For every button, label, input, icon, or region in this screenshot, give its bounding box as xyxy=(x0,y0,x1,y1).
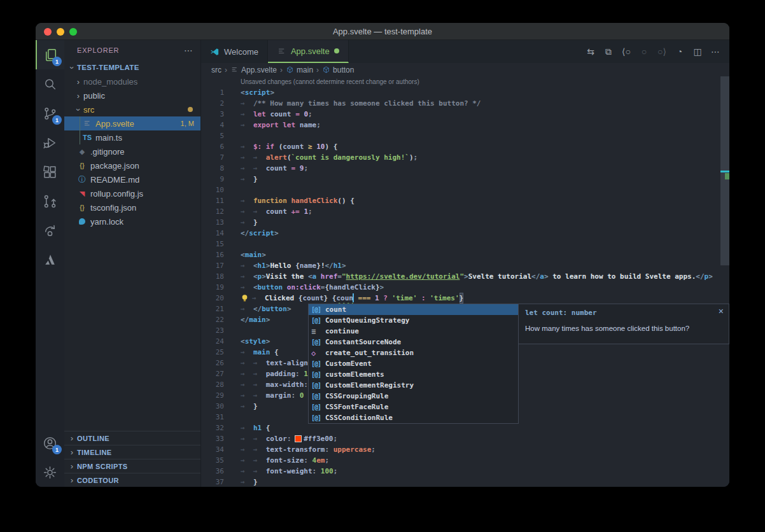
nav-middle-icon[interactable]: ○ xyxy=(636,46,652,57)
code-token: h1 xyxy=(333,260,342,271)
code-line-18[interactable]: 18→ <p>Visit the <a href="https://svelte… xyxy=(201,271,729,282)
suggest-item-customelements[interactable]: [@]customElements xyxy=(309,369,518,380)
nav-forward-icon[interactable]: ○⟩ xyxy=(654,46,670,57)
code-line-12[interactable]: 12→ → count += 1; xyxy=(201,206,729,217)
chevron-down-icon: › xyxy=(67,62,77,73)
line-number: 22 xyxy=(201,314,224,325)
editor-scrollbar[interactable] xyxy=(720,76,729,487)
tab-app-svelte[interactable]: App.svelte xyxy=(268,40,349,63)
title-bar[interactable]: App.svelte — test-template xyxy=(36,23,729,40)
code-line-10[interactable]: 10 xyxy=(201,185,729,195)
tree-item-src[interactable]: ›src xyxy=(64,102,200,116)
tree-item-node-modules[interactable]: ›node_modules xyxy=(64,74,200,88)
project-root-row[interactable]: › TEST-TEMPLATE xyxy=(64,60,200,74)
split-editor-icon[interactable]: ◫ xyxy=(690,46,705,57)
code-line-15[interactable]: 15 xyxy=(201,239,729,249)
code-line-7[interactable]: 7→ → alert(`count is dangerously high!`)… xyxy=(201,152,729,163)
code-line-5[interactable]: 5 xyxy=(201,130,729,141)
suggest-item-cssconditionrule[interactable]: [@]CSSConditionRule xyxy=(309,412,518,423)
close-window-button[interactable] xyxy=(44,28,52,36)
tree-item-rollup-config-js[interactable]: ◥rollup.config.js xyxy=(64,186,200,200)
code-line-13[interactable]: 13→ } xyxy=(201,217,729,228)
tree-item-package-json[interactable]: {}package.json xyxy=(64,158,200,172)
suggest-item-countqueuingstrategy[interactable]: [@]CountQueuingStrategy xyxy=(309,315,518,326)
indent-guide xyxy=(80,116,80,130)
sidebar-section-codetour[interactable]: ›CODETOUR xyxy=(64,473,200,487)
suggest-item-customelementregistry[interactable]: [@]CustomElementRegistry xyxy=(309,380,518,391)
code-token: ; xyxy=(308,206,312,217)
accounts-icon[interactable]: 1 xyxy=(36,428,64,458)
code-line-36[interactable]: 36→ → font-weight: 100; xyxy=(201,466,729,477)
code-token: → → xyxy=(241,206,266,217)
code-line-34[interactable]: 34→ → text-transform: uppercase; xyxy=(201,444,729,455)
nav-back-icon[interactable]: ⟨○ xyxy=(619,46,634,57)
code-line-17[interactable]: 17→ <h1>Hello {name}!</h1> xyxy=(201,260,729,271)
tree-item-public[interactable]: ›public xyxy=(64,88,200,102)
code-line-9[interactable]: 9→ } xyxy=(201,174,729,185)
run-debug-icon[interactable] xyxy=(36,128,64,157)
lightbulb-icon[interactable] xyxy=(241,294,250,302)
explorer-title: EXPLORER xyxy=(77,46,119,54)
code-editor[interactable]: Unsaved changes (cannot determine recent… xyxy=(201,76,729,487)
source-control-icon[interactable]: 1 xyxy=(36,99,64,128)
explorer-more-icon[interactable]: ⋯ xyxy=(184,45,193,55)
live-share-icon[interactable] xyxy=(36,216,64,245)
breadcrumb-label: main xyxy=(297,66,313,74)
code-line-1[interactable]: 1<script> xyxy=(201,87,729,98)
minimize-window-button[interactable] xyxy=(57,28,64,36)
code-line-16[interactable]: 16<main> xyxy=(201,249,729,260)
suggest-item-cssfontfacerule[interactable]: [@]CSSFontFaceRule xyxy=(309,402,518,412)
code-line-19[interactable]: 19→ <button on:click={handleClick}> xyxy=(201,282,729,293)
explorer-icon[interactable]: 1 xyxy=(36,40,64,69)
close-icon[interactable]: × xyxy=(719,306,724,316)
suggest-item-cssgroupingrule[interactable]: [@]CSSGroupingRule xyxy=(309,391,518,402)
codelens-text[interactable]: Unsaved changes (cannot determine recent… xyxy=(241,78,419,85)
code-line-6[interactable]: 6→ $: if (count ≥ 10) { xyxy=(201,141,729,152)
open-changes-icon[interactable]: ⇆ xyxy=(583,46,598,57)
code-line-11[interactable]: 11→ function handleClick() { xyxy=(201,195,729,206)
zoom-window-button[interactable] xyxy=(69,28,77,36)
suggest-item-customevent[interactable]: [@]CustomEvent xyxy=(309,358,518,369)
tree-item--gitignore[interactable]: ◆.gitignore xyxy=(64,144,200,158)
sidebar-section-npm-scripts[interactable]: ›NPM SCRIPTS xyxy=(64,459,200,473)
code-line-3[interactable]: 3→ let count = 0; xyxy=(201,109,729,120)
line-number: 36 xyxy=(201,466,224,477)
suggest-item-create_out_transition[interactable]: ◇create_out_transition xyxy=(309,347,518,358)
settings-icon[interactable] xyxy=(36,458,64,487)
extensions-icon[interactable] xyxy=(36,157,64,186)
code-line-32[interactable]: 32→ h1 { xyxy=(201,423,729,433)
tree-item-app-svelte[interactable]: App.svelte1, M xyxy=(64,116,200,130)
code-line-14[interactable]: 14</script> xyxy=(201,228,729,239)
code-line-37[interactable]: 37→ } xyxy=(201,477,729,487)
breadcrumb-item-button[interactable]: button xyxy=(322,66,354,74)
open-preview-icon[interactable]: ⧉ xyxy=(601,46,616,57)
github-pr-icon[interactable] xyxy=(36,186,64,216)
breadcrumb-item-src[interactable]: src xyxy=(211,66,221,74)
sidebar-section-timeline[interactable]: ›TIMELINE xyxy=(64,445,200,459)
tree-item-readme-md[interactable]: ⓘREADME.md xyxy=(64,172,200,186)
tree-item-tsconfig-json[interactable]: {}tsconfig.json xyxy=(64,200,200,214)
code-line-2[interactable]: 2→ /** How many times has someone clicke… xyxy=(201,98,729,109)
breadcrumb-item-main[interactable]: main xyxy=(286,66,313,74)
suggest-item-constantsourcenode[interactable]: [@]ConstantSourceNode xyxy=(309,337,518,347)
breadcrumb-item-app-svelte[interactable]: App.svelte xyxy=(230,66,277,74)
suggest-item-count[interactable]: [@]count xyxy=(309,304,518,315)
code-line-33[interactable]: 33→ → color: #ff3e00; xyxy=(201,433,729,444)
unsaved-dot-icon[interactable] xyxy=(334,48,339,53)
code-token: to learn how to build Svelte apps. xyxy=(549,271,696,282)
accounts-badge: 1 xyxy=(52,445,62,454)
tree-item-main-ts[interactable]: TSmain.ts xyxy=(64,130,200,144)
tree-item-yarn-lock[interactable]: yarn.lock xyxy=(64,214,200,228)
code-line-20[interactable]: 20→ Clicked {count} {coun === 1 ? 'time'… xyxy=(201,293,729,304)
run-timer-icon[interactable]: ◔ xyxy=(672,46,687,57)
suggest-item-continue[interactable]: ≡continue xyxy=(309,326,518,337)
azure-icon[interactable] xyxy=(36,245,64,274)
sidebar-section-outline[interactable]: ›OUTLINE xyxy=(64,431,200,445)
code-line-35[interactable]: 35→ → font-size: 4em; xyxy=(201,455,729,466)
code-token: font-size xyxy=(266,455,304,466)
code-line-8[interactable]: 8→ → count = 9; xyxy=(201,163,729,174)
code-line-4[interactable]: 4→ export let name; xyxy=(201,120,729,130)
more-actions-icon[interactable]: ⋯ xyxy=(708,46,723,57)
search-icon[interactable] xyxy=(36,69,64,99)
tab-welcome[interactable]: Welcome xyxy=(201,40,268,63)
